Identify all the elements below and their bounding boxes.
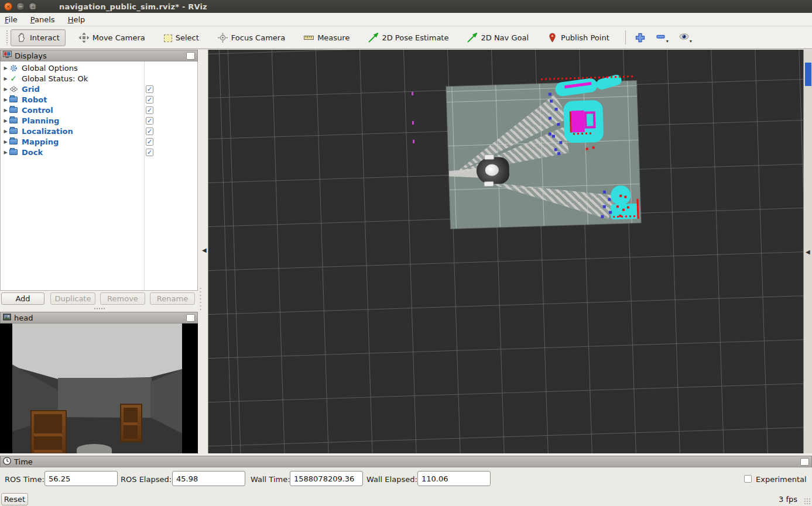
- tree-row-dock[interactable]: ▶ Dock ✓: [1, 147, 198, 157]
- tree-item-label: Planning: [22, 116, 59, 125]
- tree-row-localization[interactable]: ▶ Localization ✓: [1, 126, 198, 136]
- tool-2d-nav-goal[interactable]: 2D Nav Goal: [462, 30, 534, 46]
- tree-row-grid[interactable]: ▶ Grid ✓: [1, 84, 198, 94]
- wall-time-input[interactable]: [290, 471, 363, 486]
- tool-visibility-button[interactable]: ▾: [677, 30, 694, 46]
- tree-row-mapping[interactable]: ▶ Mapping ✓: [1, 136, 198, 147]
- expander-icon[interactable]: ▶: [1, 66, 9, 71]
- status-check-icon: ✓: [9, 74, 18, 82]
- remove-tool-button[interactable]: ▾: [653, 30, 671, 46]
- duplicate-display-button[interactable]: Duplicate: [50, 292, 95, 305]
- tool-select[interactable]: Select: [159, 30, 204, 45]
- minimize-window-icon[interactable]: −: [16, 2, 25, 11]
- rename-display-button[interactable]: Rename: [150, 292, 195, 305]
- menu-help[interactable]: Help: [68, 15, 85, 24]
- panel-splitter-handle[interactable]: [94, 308, 105, 309]
- folder-icon: [9, 148, 18, 156]
- tree-item-label: Global Options: [22, 64, 78, 73]
- visibility-checkbox[interactable]: ✓: [146, 85, 153, 93]
- gear-icon: [9, 64, 18, 72]
- tool-move-camera[interactable]: Move Camera: [74, 30, 150, 46]
- robot-model: [472, 156, 510, 186]
- visibility-checkbox[interactable]: ✓: [146, 117, 153, 125]
- time-panel-title: Time: [14, 457, 33, 466]
- folder-icon: [9, 106, 18, 114]
- tool-label: Select: [176, 33, 199, 42]
- expander-icon[interactable]: ▶: [1, 139, 9, 144]
- expander-icon[interactable]: ▶: [1, 108, 9, 113]
- tree-item-label: Grid: [22, 85, 40, 94]
- collapse-left-icon[interactable]: ◀: [202, 247, 207, 253]
- hand-icon: [16, 33, 26, 43]
- tree-row-global-options[interactable]: ▶ Global Options: [1, 63, 198, 73]
- tree-row-control[interactable]: ▶ Control ✓: [1, 105, 198, 115]
- reset-button[interactable]: Reset: [1, 493, 28, 505]
- eye-icon: [679, 32, 689, 42]
- wall-elapsed-input[interactable]: [417, 471, 491, 486]
- ruler-icon: [304, 33, 314, 43]
- visibility-checkbox[interactable]: ✓: [146, 149, 153, 156]
- visibility-checkbox[interactable]: ✓: [146, 138, 153, 146]
- menu-panels[interactable]: Panels: [30, 15, 55, 24]
- tool-interact[interactable]: Interact: [11, 29, 66, 46]
- tree-row-global-status[interactable]: ▶ ✓ Global Status: Ok: [1, 73, 198, 84]
- tool-label: Measure: [317, 33, 350, 42]
- dropdown-arrow-icon: ▾: [690, 39, 692, 44]
- tree-row-planning[interactable]: ▶ Planning ✓: [1, 115, 198, 126]
- green-arrow-icon: [368, 33, 378, 43]
- head-camera-view: [0, 323, 198, 453]
- expander-icon[interactable]: ▶: [1, 129, 9, 134]
- visibility-checkbox[interactable]: ✓: [146, 106, 153, 114]
- window-title: navigation_public_sim.rviz* - RViz: [59, 2, 207, 11]
- tool-2d-pose-estimate[interactable]: 2D Pose Estimate: [363, 30, 454, 46]
- ros-elapsed-input[interactable]: [172, 471, 245, 486]
- tree-item-label: Control: [22, 106, 53, 115]
- expander-icon[interactable]: ▶: [1, 118, 9, 123]
- collapse-left-icon[interactable]: ◀: [806, 249, 810, 255]
- time-panel-header[interactable]: Time: [0, 456, 812, 467]
- views-panel-collapsed[interactable]: ◀: [803, 50, 812, 453]
- titlebar[interactable]: × − □ navigation_public_sim.rviz* - RViz: [0, 0, 812, 13]
- expander-icon[interactable]: ▶: [1, 150, 9, 155]
- wall-time-label: Wall Time:: [251, 475, 290, 484]
- particle-mark: [413, 140, 414, 143]
- displays-panel-title: Displays: [15, 51, 47, 60]
- panel-float-button[interactable]: [186, 52, 195, 60]
- displays-panel-header[interactable]: Displays: [0, 50, 198, 61]
- ros-time-input[interactable]: [44, 471, 118, 486]
- robot-head-blob: [77, 444, 112, 453]
- panel-float-button[interactable]: [186, 314, 195, 322]
- menu-file[interactable]: File: [5, 15, 18, 24]
- visibility-checkbox[interactable]: ✓: [146, 128, 153, 135]
- render-viewport[interactable]: [208, 50, 803, 453]
- tree-row-robot[interactable]: ▶ Robot ✓: [1, 94, 198, 105]
- tool-label: Move Camera: [92, 33, 145, 42]
- minus-icon: [656, 32, 666, 42]
- tool-label: 2D Pose Estimate: [382, 33, 448, 42]
- head-panel-header[interactable]: head: [0, 312, 198, 323]
- expander-icon[interactable]: ▶: [1, 87, 9, 92]
- tool-measure[interactable]: Measure: [299, 30, 355, 46]
- expander-icon[interactable]: ▶: [1, 97, 9, 102]
- panel-splitter[interactable]: ◀: [198, 50, 208, 453]
- green-arrow-icon: [467, 33, 477, 43]
- experimental-checkbox[interactable]: [744, 475, 752, 483]
- dropdown-arrow-icon: ▾: [666, 39, 669, 44]
- occupancy-map: [446, 81, 640, 229]
- camera-scene: [12, 323, 182, 453]
- resize-grip[interactable]: [804, 498, 811, 505]
- move-icon: [79, 33, 89, 43]
- remove-display-button[interactable]: Remove: [100, 292, 145, 305]
- close-window-icon[interactable]: ×: [4, 2, 12, 11]
- panel-float-button[interactable]: [800, 458, 809, 466]
- tool-publish-point[interactable]: Publish Point: [542, 30, 615, 46]
- add-display-button[interactable]: Add: [1, 292, 44, 305]
- tool-focus-camera[interactable]: Focus Camera: [213, 30, 290, 46]
- expander-icon[interactable]: ▶: [1, 76, 9, 81]
- maximize-window-icon[interactable]: □: [29, 2, 37, 11]
- folder-icon: [9, 95, 18, 104]
- ros-elapsed-label: ROS Elapsed:: [121, 475, 172, 484]
- shelf-right: [120, 404, 142, 442]
- add-tool-button[interactable]: [633, 31, 647, 44]
- visibility-checkbox[interactable]: ✓: [146, 96, 153, 104]
